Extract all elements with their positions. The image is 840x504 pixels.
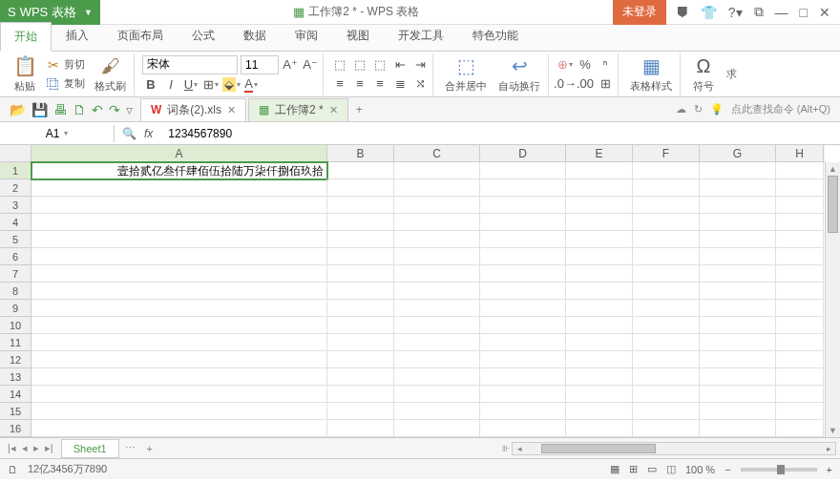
row-header-7[interactable]: 7 [0, 265, 31, 283]
cell-G16[interactable] [700, 420, 776, 437]
cell-B12[interactable] [327, 351, 394, 368]
cell-D8[interactable] [480, 283, 566, 300]
decrease-font-button[interactable]: A⁻ [302, 56, 319, 74]
cell-D12[interactable] [480, 351, 566, 368]
cell-H15[interactable] [776, 403, 824, 420]
redo-icon[interactable]: ↷ [109, 102, 120, 117]
align-left-button[interactable]: ≡ [331, 75, 348, 93]
cell-A4[interactable] [32, 214, 327, 231]
cell-G9[interactable] [700, 300, 776, 317]
restore-icon[interactable]: ⧉ [754, 4, 764, 20]
menu-tab-1[interactable]: 插入 [52, 21, 103, 51]
cell-C6[interactable] [394, 248, 480, 265]
cell-A12[interactable] [32, 351, 327, 368]
cell-E11[interactable] [566, 334, 633, 351]
row-header-10[interactable]: 10 [0, 317, 31, 334]
zoom-out-button[interactable]: − [724, 464, 730, 475]
doc-tab-2[interactable]: ▦ 工作簿2 * ✕ [248, 98, 348, 121]
cell-D13[interactable] [480, 368, 566, 386]
cell-F12[interactable] [633, 351, 700, 368]
paste-button[interactable]: 📋 粘贴 [10, 52, 40, 95]
cell-G8[interactable] [700, 283, 776, 300]
undo-icon[interactable]: ↶ [92, 102, 103, 117]
row-header-12[interactable]: 12 [0, 351, 31, 368]
cell-F9[interactable] [633, 300, 700, 317]
menu-tab-5[interactable]: 审阅 [281, 21, 332, 51]
name-box[interactable]: A1 ▾ [0, 125, 115, 142]
cell-E6[interactable] [566, 248, 633, 265]
cell-G5[interactable] [700, 231, 776, 248]
cloud-icon[interactable]: ☁ [676, 103, 686, 116]
cell-H7[interactable] [776, 265, 824, 283]
sum-button[interactable]: 求 [723, 65, 741, 83]
cell-A16[interactable] [32, 420, 327, 437]
cell-A14[interactable] [32, 386, 327, 403]
cell-A3[interactable] [32, 197, 327, 214]
scroll-left-icon[interactable]: ◂ [513, 444, 526, 453]
cell-G10[interactable] [700, 317, 776, 334]
cell-H10[interactable] [776, 317, 824, 334]
zoom-in-button[interactable]: + [827, 464, 832, 475]
cell-H1[interactable] [776, 162, 824, 179]
cell-B14[interactable] [327, 386, 394, 403]
row-header-4[interactable]: 4 [0, 214, 31, 231]
italic-button[interactable]: I [162, 76, 179, 94]
orientation-button[interactable]: ⤭ [411, 75, 429, 93]
cell-H12[interactable] [776, 351, 824, 368]
sheet-tab-1[interactable]: Sheet1 [61, 439, 119, 458]
cell-B11[interactable] [327, 334, 394, 351]
sync-icon[interactable]: ↻ [694, 103, 703, 116]
sheet-first-icon[interactable]: |◂ [8, 442, 16, 454]
cell-B6[interactable] [327, 248, 394, 265]
cell-C8[interactable] [394, 283, 480, 300]
indent-decrease-button[interactable]: ⇤ [391, 56, 409, 74]
menu-tab-6[interactable]: 视图 [332, 21, 384, 51]
col-header-D[interactable]: D [480, 145, 566, 161]
cell-A10[interactable] [32, 317, 327, 334]
underline-button[interactable]: U▾ [182, 76, 200, 94]
cell-A8[interactable] [32, 283, 327, 300]
menu-tab-4[interactable]: 数据 [229, 21, 281, 51]
menu-tab-0[interactable]: 开始 [0, 22, 52, 52]
cell-A7[interactable] [32, 265, 327, 283]
cell-C14[interactable] [394, 386, 480, 403]
indent-increase-button[interactable]: ⇥ [411, 56, 429, 74]
row-header-2[interactable]: 2 [0, 179, 31, 197]
border-button[interactable]: ⊞▾ [202, 76, 220, 94]
cell-G13[interactable] [700, 368, 776, 386]
cell-H2[interactable] [776, 179, 824, 197]
cell-F7[interactable] [633, 265, 700, 283]
merge-center-button[interactable]: ⬚合并居中 [441, 52, 491, 95]
menu-tab-7[interactable]: 开发工具 [384, 21, 458, 51]
cell-C7[interactable] [394, 265, 480, 283]
table-style-button[interactable]: ▦表格样式 [626, 52, 676, 95]
cell-A13[interactable] [32, 368, 327, 386]
cell-H9[interactable] [776, 300, 824, 317]
select-all-corner[interactable] [0, 145, 32, 162]
cell-C3[interactable] [394, 197, 480, 214]
cell-F15[interactable] [633, 403, 700, 420]
cell-E9[interactable] [566, 300, 633, 317]
cell-F16[interactable] [633, 420, 700, 437]
row-header-16[interactable]: 16 [0, 420, 31, 437]
vertical-scrollbar[interactable]: ▲ ▼ [825, 162, 840, 437]
col-header-C[interactable]: C [394, 145, 480, 161]
maximize-icon[interactable]: □ [800, 5, 808, 20]
cell-B13[interactable] [327, 368, 394, 386]
cell-F11[interactable] [633, 334, 700, 351]
cell-B9[interactable] [327, 300, 394, 317]
cell-D4[interactable] [480, 214, 566, 231]
align-top-button[interactable]: ⬚ [331, 56, 348, 74]
help-icon[interactable]: ?▾ [728, 5, 743, 20]
zoom-slider[interactable] [741, 468, 817, 472]
cell-E3[interactable] [566, 197, 633, 214]
scroll-down-icon[interactable]: ▼ [826, 424, 840, 437]
comma-button[interactable]: ⁿ [597, 56, 614, 74]
cell-F14[interactable] [633, 386, 700, 403]
view-page-icon[interactable]: ⊞ [629, 463, 638, 475]
row-header-9[interactable]: 9 [0, 300, 31, 317]
row-header-13[interactable]: 13 [0, 368, 31, 386]
fill-color-button[interactable]: ⬙▾ [222, 76, 240, 94]
cell-C11[interactable] [394, 334, 480, 351]
cell-G12[interactable] [700, 351, 776, 368]
